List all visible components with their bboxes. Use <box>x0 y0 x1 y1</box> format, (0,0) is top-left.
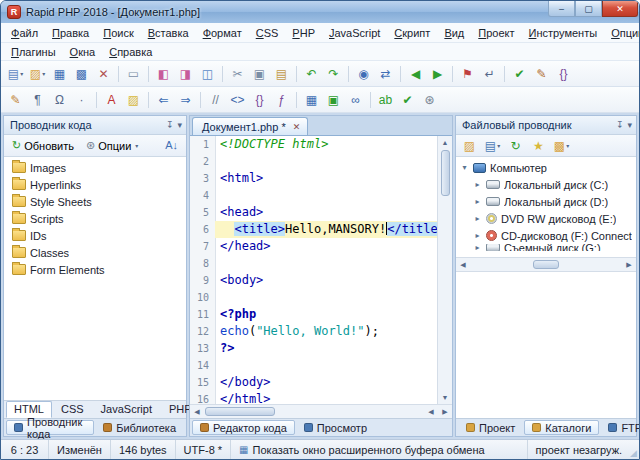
close-button[interactable]: ✕ <box>602 1 638 17</box>
editor-line[interactable]: 2 <box>190 153 437 170</box>
editor-line[interactable]: 8 <box>190 255 437 272</box>
pin-icon[interactable]: ↧ <box>166 120 174 130</box>
link-insert-button[interactable]: ∞ <box>345 90 366 110</box>
editor-line[interactable]: 11<?php <box>190 306 437 323</box>
menu-item[interactable]: Вставка <box>141 25 196 41</box>
redo-button[interactable]: ↷ <box>323 64 344 84</box>
menu-item[interactable]: Вид <box>437 25 471 41</box>
paste-button[interactable]: ▤ <box>271 64 292 84</box>
menu-item[interactable]: Поиск <box>96 25 140 41</box>
copy-button[interactable]: ▣ <box>249 64 270 84</box>
scroll-left-icon[interactable]: ◀ <box>456 258 470 271</box>
menu-item[interactable]: Формат <box>196 25 249 41</box>
options-button[interactable]: ⊛ Опции ▾ <box>81 138 143 154</box>
horizontal-scrollbar[interactable]: ◀ ▶ <box>456 257 636 271</box>
cut-button[interactable]: ✂ <box>227 64 248 84</box>
editor-line[interactable]: 16</html> <box>190 391 437 404</box>
editor-line[interactable]: 5<head> <box>190 204 437 221</box>
goto-line-button[interactable]: ↵ <box>479 64 500 84</box>
code-tree-item[interactable]: Images <box>4 159 186 176</box>
horizontal-scrollbar[interactable]: ◀ ◀ ▶ <box>190 404 452 418</box>
resize-grip[interactable]: ◢ <box>630 440 639 459</box>
panel-tab[interactable]: Проводник кода <box>6 420 94 435</box>
menu-item[interactable]: PHP <box>285 25 322 41</box>
panel-tab[interactable]: Библиотека <box>95 420 184 435</box>
panel-split-button[interactable]: ◫ <box>197 64 218 84</box>
open-file-button[interactable]: ▨▾ <box>27 64 48 84</box>
scrollbar-thumb[interactable] <box>533 260 559 269</box>
scrollbar-thumb[interactable] <box>441 150 450 196</box>
menu-item[interactable]: Справка <box>102 44 159 60</box>
tab-scroll-right-icon[interactable]: ▶ <box>438 405 452 418</box>
editor-line[interactable]: 4 <box>190 187 437 204</box>
refresh-button[interactable]: ↻ Обновить <box>7 138 79 154</box>
code-tree-item[interactable]: Form Elements <box>4 261 186 278</box>
menu-item[interactable]: Правка <box>45 25 96 41</box>
text-color-button[interactable]: A <box>101 90 122 110</box>
scroll-up-icon[interactable]: ▲ <box>438 136 452 149</box>
nbsp-button[interactable]: · <box>71 90 92 110</box>
refresh-explorer-button[interactable]: ↻ <box>505 136 526 156</box>
scroll-right-icon[interactable]: ▶ <box>622 258 636 271</box>
code-tree-item[interactable]: Style Sheets <box>4 193 186 210</box>
code-tree-item[interactable]: Scripts <box>4 210 186 227</box>
navigate-back-button[interactable]: ◀ <box>405 64 426 84</box>
outdent-button[interactable]: ⇐ <box>153 90 174 110</box>
undo-button[interactable]: ↶ <box>301 64 322 84</box>
pin-icon[interactable]: ↧ <box>616 120 624 130</box>
editor-line[interactable]: 3<html> <box>190 170 437 187</box>
tab-scroll-left-icon[interactable]: ◀ <box>424 405 438 418</box>
panel-tab[interactable]: FTP <box>600 420 640 435</box>
editor-line[interactable]: 14 <box>190 357 437 374</box>
editor-line[interactable]: 12echo("Hello, World!"); <box>190 323 437 340</box>
editor-line[interactable]: 1<!DOCTYPE html> <box>190 136 437 153</box>
replace-button[interactable]: ⇄ <box>375 64 396 84</box>
code-cleaner-button[interactable]: ✎ <box>531 64 552 84</box>
editor-line[interactable]: 13?> <box>190 340 437 357</box>
editor-line[interactable]: 7</head> <box>190 238 437 255</box>
code-tree-item[interactable]: Hyperlinks <box>4 176 186 193</box>
menu-item[interactable]: Окна <box>63 44 103 60</box>
navigate-forward-button[interactable]: ▶ <box>427 64 448 84</box>
new-file-button[interactable]: ▤▾ <box>5 64 26 84</box>
menu-item[interactable]: Плагины <box>4 44 63 60</box>
vertical-scrollbar[interactable]: ▲ ▼ <box>437 136 452 404</box>
code-tree-item[interactable]: Classes <box>4 244 186 261</box>
save-all-button[interactable]: ▩ <box>71 64 92 84</box>
editor-view-tab[interactable]: Просмотр <box>296 420 375 435</box>
editor-line[interactable]: 15</body> <box>190 374 437 391</box>
editor-line[interactable]: 9<body> <box>190 272 437 289</box>
omega-symbol-button[interactable]: Ω <box>49 90 70 110</box>
minimize-button[interactable]: – <box>548 1 575 17</box>
spellcheck-button[interactable]: ✔ <box>509 64 530 84</box>
print-button[interactable]: ▭ <box>123 64 144 84</box>
function-insert-button[interactable]: ƒ <box>271 90 292 110</box>
menu-item[interactable]: Опции <box>604 25 640 41</box>
tab-close-icon[interactable]: ✕ <box>293 122 301 132</box>
snippets-button[interactable]: {} <box>553 64 574 84</box>
editor-line[interactable]: 10 <box>190 289 437 306</box>
menu-item[interactable]: Проект <box>471 25 521 41</box>
scrollbar-thumb[interactable] <box>205 407 275 416</box>
maximize-button[interactable]: ▢ <box>575 1 602 17</box>
find-button[interactable]: ◉ <box>353 64 374 84</box>
scroll-down-icon[interactable]: ▼ <box>438 391 452 404</box>
favorites-button[interactable]: ★ <box>528 136 549 156</box>
quick-edit-button[interactable]: ✎ <box>5 90 26 110</box>
sort-button[interactable]: A↓ <box>160 138 183 153</box>
code-editor[interactable]: 1<!DOCTYPE html>23<html>45<head>6 <title… <box>190 136 437 404</box>
pilcrow-button[interactable]: ¶ <box>27 90 48 110</box>
panel-left-button[interactable]: ◧ <box>153 64 174 84</box>
editor-view-tab[interactable]: Редактор кода <box>192 420 295 435</box>
folder-up-button[interactable]: ▨ <box>459 136 480 156</box>
menu-item[interactable]: JavaScript <box>322 25 387 41</box>
comment-button[interactable]: // <box>205 90 226 110</box>
drive-tree-item[interactable]: ▸Съемный диск (G:) <box>456 244 636 251</box>
code-tree-item[interactable]: IDs <box>4 227 186 244</box>
indent-button[interactable]: ⇒ <box>175 90 196 110</box>
view-mode-button[interactable]: ▤▾ <box>482 136 503 156</box>
panel-right-button[interactable]: ◨ <box>175 64 196 84</box>
chevron-down-icon[interactable]: ▾ <box>627 120 632 130</box>
save-file-button[interactable]: ▦ <box>49 64 70 84</box>
panel-tab[interactable]: Проект <box>458 420 523 435</box>
